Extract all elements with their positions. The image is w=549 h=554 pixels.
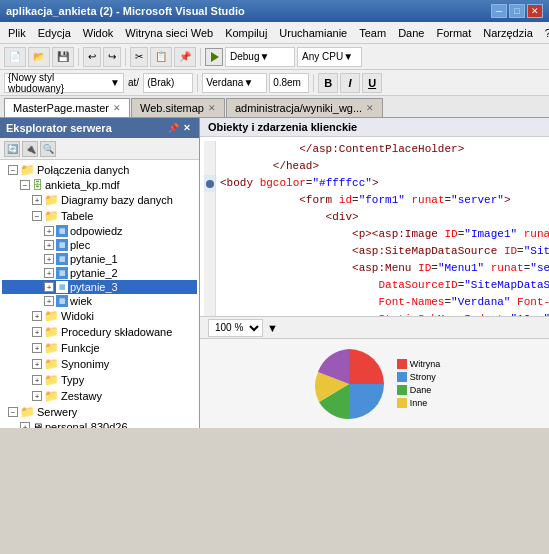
tree-item-funkcje[interactable]: + 📁 Funkcje	[2, 340, 197, 356]
expand-odpowiedz[interactable]: +	[44, 226, 54, 236]
expand-typy[interactable]: +	[32, 375, 42, 385]
explorer-filter-btn[interactable]: 🔍	[40, 141, 56, 157]
synonimy-label: Synonimy	[61, 358, 109, 370]
menu-dane[interactable]: Dane	[392, 25, 430, 41]
tree-item-wiek[interactable]: + ▦ wiek	[2, 294, 197, 308]
code-text-11: StaticSubMenuIndent="10px" Orie	[220, 311, 549, 316]
menu-witryna[interactable]: Witryna sieci Web	[119, 25, 219, 41]
pseudo-dropdown[interactable]: (Brak)	[143, 73, 193, 93]
tree-item-synonimy[interactable]: + 📁 Synonimy	[2, 356, 197, 372]
code-line-10: Font-Names="Verdana" Font-Size=	[204, 294, 545, 311]
expand-plec[interactable]: +	[44, 240, 54, 250]
expand-pytanie2[interactable]: +	[44, 268, 54, 278]
tab-admin-close[interactable]: ✕	[366, 103, 374, 113]
font-dropdown[interactable]: Verdana▼	[202, 73, 267, 93]
pie-segment-red	[349, 349, 384, 384]
expand-pytanie1[interactable]: +	[44, 254, 54, 264]
tab-websitemap[interactable]: Web.sitemap ✕	[131, 98, 225, 117]
expand-connections[interactable]: −	[8, 165, 18, 175]
cpu-dropdown[interactable]: Any CPU ▼	[297, 47, 362, 67]
menu-uruchamianie[interactable]: Uruchamianie	[273, 25, 353, 41]
explorer-refresh-btn[interactable]: 🔄	[4, 141, 20, 157]
tree-item-personal[interactable]: + 🖥 personal-830d26	[2, 420, 197, 428]
menu-plik[interactable]: Plik	[2, 25, 32, 41]
tab-websitemap-close[interactable]: ✕	[208, 103, 216, 113]
menu-help[interactable]: ?	[539, 25, 549, 41]
expand-personal[interactable]: +	[20, 422, 30, 428]
expand-zestawy[interactable]: +	[32, 391, 42, 401]
tab-masterpage-close[interactable]: ✕	[113, 103, 121, 113]
new-button[interactable]: 📄	[4, 47, 26, 67]
paste-button[interactable]: 📌	[174, 47, 196, 67]
explorer-close-btn[interactable]: ✕	[181, 122, 193, 134]
legend-label-3: Dane	[410, 385, 432, 395]
menu-kompiluj[interactable]: Kompiluj	[219, 25, 273, 41]
close-button[interactable]: ✕	[527, 4, 543, 18]
tree-item-widoki[interactable]: + 📁 Widoki	[2, 308, 197, 324]
zoom-arrow: ▼	[267, 322, 278, 334]
tree-item-zestawy[interactable]: + 📁 Zestawy	[2, 388, 197, 404]
tree-item-pytanie1[interactable]: + ▦ pytanie_1	[2, 252, 197, 266]
expand-diagramy[interactable]: +	[32, 195, 42, 205]
tree-item-diagramy[interactable]: + 📁 Diagramy bazy danych	[2, 192, 197, 208]
tree-item-pytanie3[interactable]: + ▦ pytanie_3	[2, 280, 197, 294]
funkcje-label: Funkcje	[61, 342, 100, 354]
menu-format[interactable]: Format	[430, 25, 477, 41]
italic-button[interactable]: I	[340, 73, 360, 93]
menu-widok[interactable]: Widok	[77, 25, 120, 41]
code-content[interactable]: </asp:ContentPlaceHolder> </head> <body …	[200, 137, 549, 316]
copy-button[interactable]: 📋	[150, 47, 172, 67]
run-button[interactable]	[205, 48, 223, 66]
tree-item-serwery[interactable]: − 📁 Serwery	[2, 404, 197, 420]
tree-item-connections[interactable]: − 📁 Połączenia danych	[2, 162, 197, 178]
server-explorer: Eksplorator serwera 📌 ✕ 🔄 🔌 🔍 − 📁 Połącz…	[0, 118, 200, 428]
cut-button[interactable]: ✂	[130, 47, 148, 67]
open-button[interactable]: 📂	[28, 47, 50, 67]
format-sep-2	[313, 74, 314, 92]
expand-widoki[interactable]: +	[32, 311, 42, 321]
expand-pytanie3[interactable]: +	[44, 282, 54, 292]
tab-masterpage-label: MasterPage.master	[13, 102, 109, 114]
menu-narzedzia[interactable]: Narzędzia	[477, 25, 539, 41]
code-line-2: </head>	[204, 158, 545, 175]
pie-segment-blue	[349, 384, 384, 419]
menu-team[interactable]: Team	[353, 25, 392, 41]
tab-masterpage[interactable]: MasterPage.master ✕	[4, 98, 130, 117]
expand-tabele[interactable]: −	[32, 211, 42, 221]
explorer-connect-btn[interactable]: 🔌	[22, 141, 38, 157]
expand-serwery[interactable]: −	[8, 407, 18, 417]
tree-item-tabele[interactable]: − 📁 Tabele	[2, 208, 197, 224]
tab-admin[interactable]: administracja/wyniki_wg... ✕	[226, 98, 383, 117]
maximize-button[interactable]: □	[509, 4, 525, 18]
tree-item-odpowiedz[interactable]: + ▦ odpowiedz	[2, 224, 197, 238]
underline-button[interactable]: U	[362, 73, 382, 93]
tree-item-procedury[interactable]: + 📁 Procedury składowane	[2, 324, 197, 340]
zoom-select[interactable]: 100 % 75 % 125 % 150 %	[208, 319, 263, 337]
explorer-pin-btn[interactable]: 📌	[167, 122, 179, 134]
code-text-8: <asp:Menu ID="Menu1" runat="server"	[220, 260, 549, 277]
legend-item-2: Strony	[397, 372, 441, 382]
expand-db[interactable]: −	[20, 180, 30, 190]
debug-dropdown[interactable]: Debug ▼	[225, 47, 295, 67]
size-input[interactable]: 0.8em	[269, 73, 309, 93]
expand-synonimy[interactable]: +	[32, 359, 42, 369]
code-text-1: </asp:ContentPlaceHolder>	[220, 141, 464, 158]
tree-item-db[interactable]: − 🗄 ankieta_kp.mdf	[2, 178, 197, 192]
table-icon-pytanie2: ▦	[56, 267, 68, 279]
style-dropdown[interactable]: {Nowy styl wbudowany}▼	[4, 73, 124, 93]
pie-chart	[309, 344, 389, 424]
bold-button[interactable]: B	[318, 73, 338, 93]
tree-item-typy[interactable]: + 📁 Typy	[2, 372, 197, 388]
tree-item-pytanie2[interactable]: + ▦ pytanie_2	[2, 266, 197, 280]
tree-item-plec[interactable]: + ▦ plec	[2, 238, 197, 252]
minimize-button[interactable]: ─	[491, 4, 507, 18]
legend-label-2: Strony	[410, 372, 436, 382]
expand-wiek[interactable]: +	[44, 296, 54, 306]
expand-funkcje[interactable]: +	[32, 343, 42, 353]
menu-edycja[interactable]: Edycja	[32, 25, 77, 41]
save-button[interactable]: 💾	[52, 47, 74, 67]
undo-button[interactable]: ↩	[83, 47, 101, 67]
redo-button[interactable]: ↪	[103, 47, 121, 67]
expand-procedury[interactable]: +	[32, 327, 42, 337]
widoki-label: Widoki	[61, 310, 94, 322]
